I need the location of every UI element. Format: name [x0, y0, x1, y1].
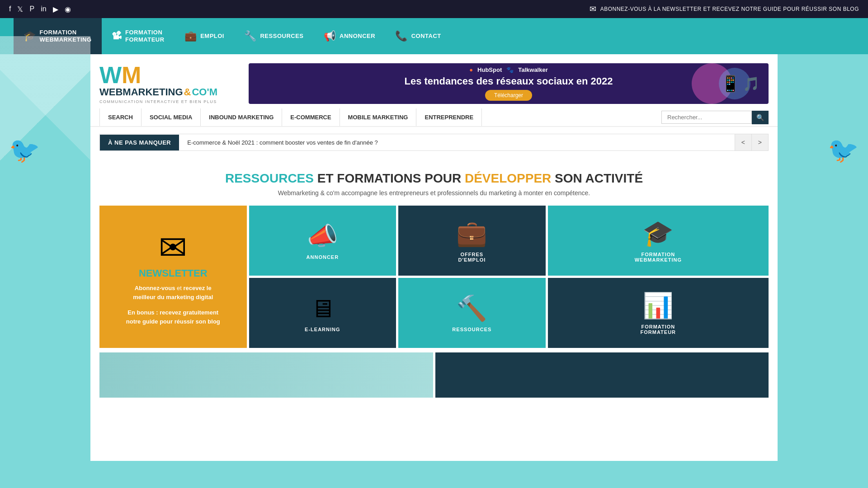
nav-annoncer[interactable]: 📢 ANNONCER [314, 18, 386, 54]
card-annoncer-label: ANNONCER [307, 254, 339, 260]
sec-nav-e-commerce[interactable]: E-COMMERCE [282, 108, 340, 126]
featured-text: E-commerce & Noël 2021 : comment booster… [179, 135, 734, 150]
card-ressources[interactable]: 🔨 RESSOURCES [398, 278, 546, 348]
nav-contact[interactable]: 📞 CONTACT [385, 18, 451, 54]
briefcase-icon: 💼 [184, 30, 197, 42]
projector-icon: 📽 [112, 30, 122, 42]
briefcase-card-icon: 💼 [456, 219, 487, 248]
tools-card-icon: 🔨 [456, 294, 487, 323]
sec-nav-inbound-marketing[interactable]: INBOUND MARKETING [201, 108, 282, 126]
nav-label-ressources: RESSOURCES [260, 33, 303, 40]
card-annoncer[interactable]: 📣 ANNONCER [249, 206, 396, 276]
card-offres-emploi[interactable]: 💼 OFFRESD'EMPLOI [398, 206, 546, 276]
nav-formation-webmarketing[interactable]: 🎓 FORMATION WEBMARKETING [14, 18, 102, 54]
hero-subtitle: Webmarketing & co'm accompagne les entre… [99, 189, 769, 197]
cards-grid: 📣 ANNONCER 💼 OFFRESD'EMPLOI 🎓 FORMATIONW… [90, 206, 778, 348]
nav-formation-formateur[interactable]: 📽 FORMATION FORMATEUR [102, 18, 175, 54]
nav-emploi[interactable]: 💼 EMPLOI [175, 18, 234, 54]
hero-ressources: RESSOURCES [225, 171, 314, 185]
nav-label-line2: WEBMARKETING [40, 36, 92, 43]
bird-right-icon: 🐦 [828, 136, 859, 165]
mail-icon: ✉ [590, 4, 597, 14]
logo-tagline: COMMUNICATION INTERACTIVE ET BIEN PLUS [99, 99, 240, 104]
talkwalker-label: Talkwalker [518, 66, 548, 73]
newsletter-title: NEWSLETTER [139, 267, 208, 279]
logo-marketing: MARKETING [123, 87, 183, 98]
facebook-icon[interactable]: f [9, 5, 11, 13]
megaphone-card-icon: 📣 [307, 221, 338, 251]
logo-com: CO'M [192, 87, 217, 98]
sec-nav-social-media[interactable]: SOCIAL MEDIA [142, 108, 201, 126]
youtube-icon[interactable]: ▶ [53, 5, 58, 14]
nav-label-emploi: EMPLOI [200, 33, 224, 40]
top-bar: f 𝕏 P in ▶ ◉ ✉ ABONNEZ-VOUS À LA NEWSLET… [0, 0, 868, 18]
hubspot-label: HubSpot [477, 66, 502, 73]
secondary-nav: SEARCH SOCIAL MEDIA INBOUND MARKETING E-… [90, 108, 778, 127]
megaphone-icon: 📢 [324, 30, 336, 42]
header-section: WM WEB MARKETING & CO'M COMMUNICATION IN… [90, 54, 778, 108]
featured-bar: À NE PAS MANQUER E-commerce & Noël 2021 … [99, 134, 769, 151]
banner-decoration: 📱 🎵 [721, 63, 760, 104]
pinterest-icon[interactable]: P [29, 5, 34, 13]
card-formateur-label: FORMATIONFORMATEUR [641, 324, 676, 335]
card-formation-formateur[interactable]: 📊 FORMATIONFORMATEUR [548, 278, 769, 348]
card-e-learning[interactable]: 🖥 E-LEARNING [249, 278, 396, 348]
card-emploi-label: OFFRESD'EMPLOI [458, 252, 486, 263]
nav-label-contact: CONTACT [411, 33, 441, 40]
featured-nav: < > [735, 134, 768, 150]
featured-next-button[interactable]: > [751, 134, 768, 150]
newsletter-promo-text: ABONNEZ-VOUS À LA NEWSLETTER ET RECEVEZ … [600, 6, 859, 12]
newsletter-desc: Abonnez-vous et recevez lemeilleur du ma… [133, 284, 213, 301]
twitter-icon[interactable]: 𝕏 [17, 5, 23, 14]
linkedin-icon[interactable]: in [41, 5, 46, 13]
card-elearning-label: E-LEARNING [305, 327, 340, 332]
sec-nav-mobile-marketing[interactable]: MOBILE MARKETING [340, 108, 417, 126]
hero-activite: SON ACTIVITÉ [555, 171, 643, 185]
hubspot-logo: ● [469, 66, 473, 73]
monitor-card-icon: 🖥 [310, 294, 335, 323]
banner-ad[interactable]: ● HubSpot 🐾 Talkwalker Les tendances des… [249, 63, 769, 104]
graduation-icon: 🎓 [24, 30, 36, 42]
newsletter-bonus: En bonus : recevez gratuitementnotre gui… [126, 308, 220, 326]
logo-web: WEB [99, 87, 123, 98]
main-content: WM WEB MARKETING & CO'M COMMUNICATION IN… [90, 54, 778, 461]
banner-title: Les tendances des réseaux sociaux en 202… [404, 75, 613, 87]
nav-ressources[interactable]: 🔧 RESSOURCES [234, 18, 314, 54]
hero-title: RESSOURCES ET FORMATIONS POUR DÉVELOPPER… [99, 171, 769, 186]
sec-nav-entreprendre[interactable]: ENTREPRENDRE [416, 108, 482, 126]
cap-card-icon: 🎓 [642, 219, 674, 248]
bottom-card-left[interactable] [99, 352, 433, 398]
envelope-card-icon: ✉ [159, 228, 187, 267]
nav-label-line2: FORMATEUR [125, 36, 165, 43]
search-button[interactable]: 🔍 [752, 111, 769, 124]
card-newsletter[interactable]: ✉ NEWSLETTER Abonnez-vous et recevez lem… [99, 206, 247, 348]
card-ressources-label: RESSOURCES [452, 327, 491, 332]
chart-card-icon: 📊 [642, 291, 674, 320]
logo-amp: & [184, 87, 191, 98]
logo-m: M [122, 62, 141, 88]
search-input[interactable] [661, 111, 752, 124]
bottom-card-right[interactable] [435, 352, 769, 398]
card-formation-web-label: FORMATIONWEBMARKETING [635, 252, 682, 263]
logo-area: WM WEB MARKETING & CO'M COMMUNICATION IN… [99, 63, 240, 103]
bird-left-icon: 🐦 [9, 136, 40, 165]
social-links[interactable]: f 𝕏 P in ▶ ◉ [9, 5, 71, 14]
partner-separator: 🐾 [506, 66, 514, 73]
featured-prev-button[interactable]: < [735, 134, 751, 150]
wrench-icon: 🔧 [244, 30, 257, 42]
nav-label-line1: FORMATION [125, 29, 165, 36]
sec-nav-search[interactable]: SEARCH [99, 108, 142, 126]
newsletter-promo-bar[interactable]: ✉ ABONNEZ-VOUS À LA NEWSLETTER ET RECEVE… [590, 4, 859, 14]
hero-developper: DÉVELOPPER [465, 171, 551, 185]
nav-label-line1: FORMATION [40, 29, 92, 36]
logo-w: W [99, 62, 122, 88]
bottom-strip [90, 352, 778, 398]
banner-download-button[interactable]: Télécharger [485, 90, 532, 101]
rss-icon[interactable]: ◉ [65, 5, 71, 14]
nav-label-annoncer: ANNONCER [340, 33, 375, 40]
hero-section: RESSOURCES ET FORMATIONS POUR DÉVELOPPER… [90, 158, 778, 206]
search-area: 🔍 [661, 111, 769, 124]
featured-label: À NE PAS MANQUER [100, 135, 179, 150]
card-formation-webmarketing[interactable]: 🎓 FORMATIONWEBMARKETING [548, 206, 769, 276]
main-nav: 🎓 FORMATION WEBMARKETING 📽 FORMATION FOR… [0, 18, 868, 54]
